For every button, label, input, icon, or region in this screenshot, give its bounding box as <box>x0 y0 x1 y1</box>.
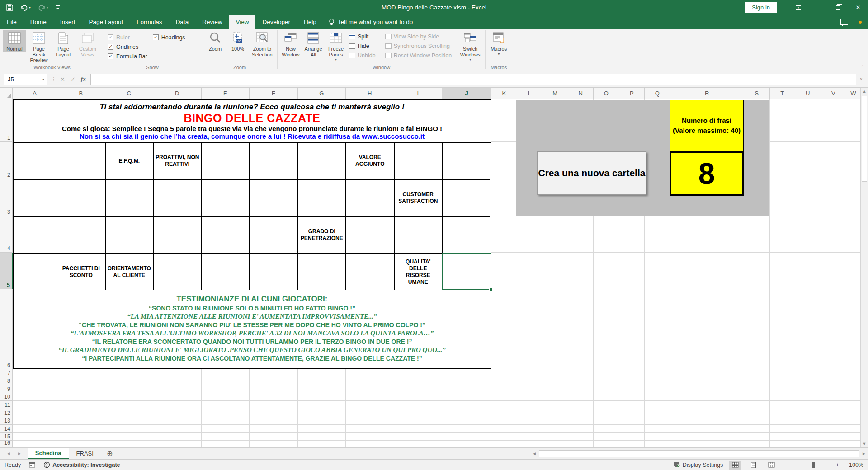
tell-me-box[interactable]: Tell me what you want to do <box>329 15 413 29</box>
bingo-cell-r4c7[interactable]: GRADO DI PENETRAZIONE <box>298 217 347 254</box>
row-header-14[interactable]: 14 <box>0 425 13 433</box>
formula-bar-expand-button[interactable]: ˅ <box>856 77 866 81</box>
horizontal-scrollbar[interactable]: ◄ ► <box>530 448 868 459</box>
select-all-corner[interactable] <box>0 88 13 99</box>
bingo-cell-r4c10[interactable] <box>443 217 490 254</box>
bingo-cell-r3c10[interactable] <box>443 180 490 217</box>
bingo-cell-r5c4[interactable] <box>154 254 202 290</box>
sheet-nav-left-arrow[interactable]: ◄ <box>6 451 11 456</box>
macro-record-icon[interactable] <box>29 462 35 468</box>
column-header-J[interactable]: J <box>442 88 491 99</box>
name-box[interactable]: J5▾ <box>4 74 47 85</box>
bingo-cell-r2c9[interactable] <box>395 143 443 180</box>
normal-view-button[interactable]: Normal <box>3 30 26 52</box>
bingo-cell-r2c10[interactable] <box>443 143 490 180</box>
page-break-view-toggle[interactable] <box>765 461 777 470</box>
menu-tab-file[interactable]: File <box>0 15 24 29</box>
menu-tab-data[interactable]: Data <box>169 15 196 29</box>
page-break-preview-button[interactable]: Page Break Preview <box>26 30 52 63</box>
row-header-2[interactable]: 2 <box>0 142 13 179</box>
undo-button[interactable]: ▾ <box>20 5 31 11</box>
row-header-13[interactable]: 13 <box>0 417 13 425</box>
scroll-down-arrow[interactable]: ▼ <box>861 442 868 446</box>
row-header-6[interactable]: 6 <box>0 289 13 369</box>
column-header-E[interactable]: E <box>202 88 250 99</box>
checkbox-formula-bar[interactable]: ✓Formula Bar <box>108 52 147 60</box>
zoom-slider[interactable]: − + <box>783 462 839 468</box>
scroll-right-arrow[interactable]: ► <box>860 451 868 456</box>
scroll-up-arrow[interactable]: ▲ <box>861 89 868 94</box>
page-layout-button[interactable]: Page Layout <box>52 30 75 57</box>
vertical-scrollbar[interactable]: ▲ ▼ <box>860 88 868 447</box>
bingo-cell-r4c6[interactable] <box>250 217 298 254</box>
name-box-caret[interactable]: ▾ <box>42 77 47 81</box>
bingo-cell-r3c6[interactable] <box>250 180 298 217</box>
comment-icon[interactable] <box>840 19 848 25</box>
active-cell-selection-J5[interactable] <box>442 253 491 290</box>
row-header-16[interactable]: 16 <box>0 441 13 447</box>
column-header-S[interactable]: S <box>744 88 770 99</box>
sheet-tab-schedina[interactable]: Schedina <box>28 448 69 459</box>
bingo-cell-r5c1[interactable] <box>14 254 57 290</box>
row-header-11[interactable]: 11 <box>0 401 13 409</box>
bingo-cell-r4c9[interactable] <box>395 217 443 254</box>
arrange-all-button[interactable]: Arrange All <box>302 30 325 57</box>
column-header-R[interactable]: R <box>670 88 745 99</box>
row-header-10[interactable]: 10 <box>0 393 13 401</box>
formula-input[interactable] <box>90 74 856 85</box>
bingo-cell-r5c7[interactable] <box>298 254 347 290</box>
new-sheet-button[interactable]: ⊕ <box>101 448 118 459</box>
bingo-cell-r3c7[interactable] <box>298 180 347 217</box>
zoom-button[interactable]: Zoom <box>204 30 226 52</box>
restore-button[interactable] <box>828 0 848 15</box>
bingo-cell-r4c1[interactable] <box>14 217 57 254</box>
column-header-O[interactable]: O <box>594 88 619 99</box>
bingo-cell-r2c1[interactable] <box>14 143 57 180</box>
bingo-cell-r5c5[interactable] <box>202 254 250 290</box>
menu-tab-formulas[interactable]: Formulas <box>130 15 169 29</box>
bingo-cell-r2c4[interactable]: PROATTIVI, NON REATTIVI <box>154 143 202 180</box>
column-header-L[interactable]: L <box>517 88 543 99</box>
menu-tab-view[interactable]: View <box>229 15 255 29</box>
column-header-B[interactable]: B <box>57 88 105 99</box>
sign-in-button[interactable]: Sign in <box>745 2 777 13</box>
row-header-1[interactable]: 1 <box>0 99 13 142</box>
bingo-cell-r2c8[interactable]: VALORE AGGIUNTO <box>346 143 395 180</box>
close-button[interactable]: ✕ <box>848 0 868 15</box>
customize-qat-button[interactable] <box>56 5 60 10</box>
bingo-cell-r4c4[interactable] <box>154 217 202 254</box>
vertical-scroll-thumb[interactable] <box>862 96 867 182</box>
bingo-cell-r3c2[interactable] <box>57 180 106 217</box>
ribbon-display-options-button[interactable]: ↑ <box>788 0 808 15</box>
column-header-A[interactable]: A <box>13 88 57 99</box>
menu-tab-review[interactable]: Review <box>195 15 229 29</box>
bingo-cell-r5c9[interactable]: QUALITA' DELLE RISORSE UMANE <box>395 254 443 290</box>
bingo-cell-r3c1[interactable] <box>14 180 57 217</box>
insert-function-button[interactable]: fx <box>81 75 86 83</box>
column-header-Q[interactable]: Q <box>645 88 670 99</box>
collapse-ribbon-button[interactable]: ⌃ <box>861 65 864 70</box>
page-layout-view-toggle[interactable] <box>747 461 759 470</box>
bingo-cell-r4c5[interactable] <box>202 217 250 254</box>
split-button[interactable]: Split <box>349 33 376 41</box>
column-header-N[interactable]: N <box>568 88 594 99</box>
bingo-cell-r2c2[interactable] <box>57 143 106 180</box>
zoom-slider-handle[interactable] <box>812 462 815 468</box>
switch-windows-button[interactable]: Switch Windows ▾ <box>457 30 483 61</box>
accessibility-status[interactable]: Accessibility: Investigate <box>43 461 120 468</box>
bingo-cell-r5c8[interactable] <box>346 254 395 290</box>
display-settings-button[interactable]: Display Settings <box>673 462 723 468</box>
feedback-dot-icon[interactable] <box>859 21 862 24</box>
bingo-cell-r5c6[interactable] <box>250 254 298 290</box>
hide-button[interactable]: Hide <box>349 42 376 50</box>
menu-tab-developer[interactable]: Developer <box>255 15 297 29</box>
bingo-cell-r3c5[interactable] <box>202 180 250 217</box>
minimize-button[interactable]: — <box>808 0 828 15</box>
zoom-in-button[interactable]: + <box>836 462 839 468</box>
bingo-cell-r2c6[interactable] <box>250 143 298 180</box>
bingo-cell-r3c8[interactable] <box>346 180 395 217</box>
row-header-9[interactable]: 9 <box>0 385 13 393</box>
scroll-left-arrow[interactable]: ◄ <box>530 451 538 456</box>
row-header-8[interactable]: 8 <box>0 377 13 385</box>
bingo-cell-r4c2[interactable] <box>57 217 106 254</box>
